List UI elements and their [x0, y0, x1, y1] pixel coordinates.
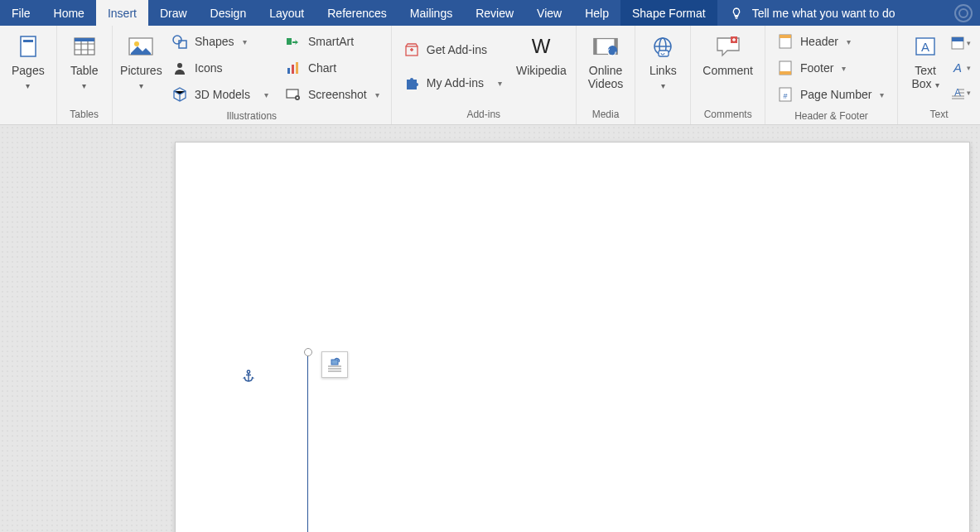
shapes-button[interactable]: Shapes ▾	[167, 29, 277, 54]
chevron-down-icon: ▾	[375, 90, 379, 99]
svg-point-7	[134, 41, 139, 46]
group-addins-label: Add-ins	[398, 105, 569, 124]
tab-file[interactable]: File	[0, 0, 42, 26]
svg-text:W: W	[532, 36, 551, 57]
page-number-button[interactable]: # Page Number ▾	[772, 82, 889, 107]
table-button[interactable]: Table ▾	[64, 29, 105, 90]
group-media: OnlineVideos Media	[576, 26, 635, 124]
brand-decoration	[947, 0, 980, 26]
group-illustrations-label: Illustrations	[119, 107, 384, 126]
links-button[interactable]: Links ▾	[642, 29, 683, 90]
icons-label: Icons	[195, 61, 222, 75]
wordart-button[interactable]: A ▾	[949, 57, 971, 79]
header-label: Header	[800, 35, 838, 48]
layout-options-button[interactable]	[321, 351, 348, 378]
smartart-button[interactable]: SmartArt	[280, 29, 384, 54]
group-tables: Table ▾ Tables	[56, 26, 112, 124]
tab-home[interactable]: Home	[42, 0, 96, 26]
tab-insert[interactable]: Insert	[96, 0, 148, 26]
pictures-icon	[127, 32, 155, 60]
tab-references[interactable]: References	[316, 0, 398, 26]
quick-parts-button[interactable]: ▾	[949, 32, 971, 54]
chart-button[interactable]: Chart	[280, 56, 384, 80]
wikipedia-label: Wikipedia	[516, 64, 567, 77]
pages-button[interactable]: Pages ▾	[7, 29, 50, 90]
get-addins-button[interactable]: Get Add-ins	[398, 37, 510, 62]
tell-me-search[interactable]: Tell me what you want to do	[717, 0, 907, 26]
footer-icon	[777, 60, 794, 76]
svg-rect-31	[780, 71, 791, 75]
chevron-down-icon: ▾	[82, 82, 86, 90]
svg-point-1	[959, 9, 968, 17]
header-button[interactable]: Header ▾	[772, 29, 889, 54]
my-addins-label: My Add-ins	[427, 76, 484, 89]
group-links-label	[642, 105, 683, 124]
svg-point-0	[955, 5, 972, 22]
tab-mailings[interactable]: Mailings	[398, 0, 464, 26]
text-box-button[interactable]: A TextBox ▾	[905, 29, 946, 90]
3d-models-button[interactable]: 3D Models ▾	[167, 82, 277, 107]
svg-rect-5	[75, 38, 94, 41]
drop-cap-icon: A	[949, 85, 966, 101]
store-icon	[403, 41, 420, 58]
my-addins-button[interactable]: My Add-ins ▾	[398, 70, 510, 95]
chevron-down-icon[interactable]: ▾	[260, 90, 272, 99]
puzzle-icon	[403, 75, 420, 91]
svg-rect-14	[296, 62, 298, 74]
text-box-label: TextBox ▾	[911, 64, 939, 90]
online-videos-button[interactable]: OnlineVideos	[583, 29, 629, 90]
screenshot-button[interactable]: Screenshot ▾	[280, 82, 384, 107]
tab-shape-format[interactable]: Shape Format	[620, 0, 717, 26]
svg-rect-26	[659, 51, 669, 56]
tab-review[interactable]: Review	[464, 0, 525, 26]
svg-text:A: A	[921, 40, 929, 54]
resize-handle-top[interactable]	[304, 348, 312, 356]
selected-line-shape[interactable]	[307, 353, 308, 532]
document-workspace[interactable]	[0, 125, 980, 532]
group-media-label: Media	[583, 105, 629, 124]
chevron-down-icon[interactable]: ▾	[494, 79, 505, 88]
pictures-label: Pictures	[120, 64, 162, 77]
group-comments: Comment Comments	[690, 26, 765, 124]
chevron-down-icon: ▾	[842, 64, 846, 73]
tab-draw[interactable]: Draw	[148, 0, 199, 26]
group-text-label: Text	[905, 105, 973, 124]
comment-button[interactable]: Comment	[698, 29, 758, 77]
group-pages-label	[7, 105, 50, 124]
pictures-button[interactable]: Pictures ▾	[119, 29, 163, 90]
tab-view[interactable]: View	[525, 0, 573, 26]
smartart-label: SmartArt	[308, 35, 354, 48]
chevron-down-icon: ▾	[243, 37, 247, 46]
tab-layout[interactable]: Layout	[258, 0, 316, 26]
wikipedia-icon: W	[527, 32, 555, 60]
drop-cap-button[interactable]: A ▾	[949, 82, 971, 104]
group-pages: Pages ▾	[0, 26, 56, 124]
svg-point-8	[173, 36, 181, 44]
group-text: A TextBox ▾ ▾ A ▾ A ▾	[897, 26, 980, 124]
svg-rect-29	[780, 35, 791, 38]
tab-design[interactable]: Design	[199, 0, 258, 26]
header-icon	[777, 33, 794, 50]
wikipedia-button[interactable]: W Wikipedia	[514, 29, 569, 77]
3d-models-label: 3D Models	[195, 88, 250, 101]
page-number-label: Page Number	[800, 88, 871, 101]
svg-text:A: A	[953, 60, 962, 75]
svg-rect-41	[331, 360, 338, 365]
tell-me-placeholder: Tell me what you want to do	[752, 7, 896, 20]
shapes-icon	[171, 33, 188, 50]
icons-button[interactable]: Icons	[167, 56, 277, 80]
document-page[interactable]	[175, 142, 970, 532]
shapes-label: Shapes	[195, 35, 234, 48]
footer-button[interactable]: Footer ▾	[772, 56, 889, 80]
screenshot-icon	[285, 86, 302, 103]
icons-icon	[171, 60, 188, 76]
ribbon-insert: Pages ▾ Table ▾ Tables Pictures	[0, 26, 980, 125]
get-addins-label: Get Add-ins	[427, 43, 487, 56]
svg-text:#: #	[783, 92, 787, 100]
svg-rect-17	[297, 97, 298, 99]
chevron-down-icon: ▾	[139, 82, 143, 90]
chevron-down-icon: ▾	[661, 82, 665, 90]
tab-help[interactable]: Help	[573, 0, 620, 26]
group-links: Links ▾	[635, 26, 690, 124]
table-icon	[70, 32, 99, 60]
